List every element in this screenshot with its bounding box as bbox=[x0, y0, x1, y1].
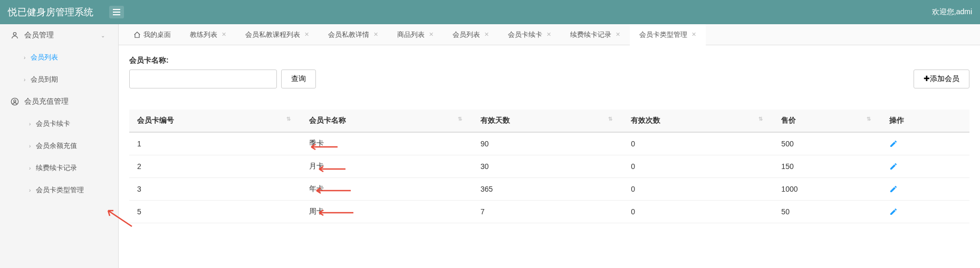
cell-times: 0 bbox=[623, 178, 773, 201]
cell-action bbox=[881, 155, 969, 178]
close-icon[interactable]: ✕ bbox=[304, 31, 309, 38]
app-header: 悦已健身房管理系统 欢迎您,admi bbox=[0, 0, 980, 24]
chevron-right-icon: › bbox=[24, 77, 25, 83]
tab-3[interactable]: 会员私教详情✕ bbox=[319, 24, 388, 45]
tab-label: 续费续卡记录 bbox=[570, 30, 611, 39]
table-row: 3年卡36501000 bbox=[129, 178, 969, 201]
sidebar-item-member-expire[interactable]: › 会员到期 bbox=[0, 68, 118, 91]
sidebar-item-balance-recharge[interactable]: › 会员余额充值 bbox=[0, 135, 118, 157]
sidebar: 会员管理 ⌄ › 会员列表 › 会员到期 会员充值管理 › 会员卡续卡 › 会员… bbox=[0, 24, 119, 268]
table-row: 5周卡7050 bbox=[129, 201, 969, 223]
cell-id: 2 bbox=[129, 155, 301, 178]
close-icon[interactable]: ✕ bbox=[484, 31, 489, 38]
tab-label: 会员私教详情 bbox=[328, 30, 369, 39]
query-button[interactable]: 查询 bbox=[281, 70, 316, 88]
tab-6[interactable]: 会员卡续卡✕ bbox=[498, 24, 561, 45]
query-label: 会员卡名称: bbox=[129, 56, 277, 65]
sidebar-item-member-mgmt[interactable]: 会员管理 ⌄ bbox=[0, 24, 118, 46]
tab-label: 会员卡续卡 bbox=[508, 30, 542, 39]
card-name-input[interactable] bbox=[129, 70, 277, 88]
cell-times: 0 bbox=[623, 155, 773, 178]
chevron-right-icon: › bbox=[24, 55, 25, 61]
close-icon[interactable]: ✕ bbox=[691, 31, 696, 38]
chevron-right-icon: › bbox=[29, 165, 31, 171]
table-row: 2月卡300150 bbox=[129, 155, 969, 178]
sidebar-item-renew-record[interactable]: › 续费续卡记录 bbox=[0, 157, 118, 179]
close-icon[interactable]: ✕ bbox=[373, 31, 378, 38]
welcome-text: 欢迎您,admi bbox=[932, 7, 972, 17]
card-type-table: 会员卡编号⇅会员卡名称⇅有效天数⇅有效次数⇅售价⇅操作 1季卡9005002月卡… bbox=[129, 110, 969, 223]
column-header[interactable]: 售价⇅ bbox=[773, 110, 881, 132]
edit-icon[interactable] bbox=[889, 185, 962, 193]
close-icon[interactable]: ✕ bbox=[616, 31, 620, 38]
query-bar: 会员卡名称: 查询 ✚添加会员 bbox=[129, 56, 969, 88]
cell-name: 季卡 bbox=[301, 132, 473, 155]
cell-name: 周卡 bbox=[301, 201, 473, 223]
user-icon bbox=[11, 31, 19, 39]
sort-icon: ⇅ bbox=[286, 116, 291, 122]
close-icon[interactable]: ✕ bbox=[222, 31, 226, 38]
close-icon[interactable]: ✕ bbox=[429, 31, 434, 38]
close-icon[interactable]: ✕ bbox=[546, 31, 551, 38]
cell-name: 年卡 bbox=[301, 178, 473, 201]
tab-8[interactable]: 会员卡类型管理✕ bbox=[630, 24, 706, 45]
column-header[interactable]: 有效次数⇅ bbox=[623, 110, 773, 132]
circle-user-icon bbox=[11, 97, 19, 106]
sidebar-item-card-type-mgmt[interactable]: › 会员卡类型管理 bbox=[0, 179, 118, 201]
chevron-down-icon: ⌄ bbox=[101, 33, 105, 38]
cell-id: 5 bbox=[129, 201, 301, 223]
home-icon bbox=[133, 31, 141, 38]
sidebar-label: 会员列表 bbox=[31, 53, 58, 62]
cell-action bbox=[881, 201, 969, 223]
edit-icon[interactable] bbox=[889, 162, 962, 171]
svg-point-0 bbox=[13, 33, 16, 35]
tab-label: 会员私教课程列表 bbox=[245, 30, 300, 39]
menu-toggle-button[interactable] bbox=[109, 6, 124, 18]
app-logo: 悦已健身房管理系统 bbox=[8, 6, 93, 18]
sidebar-item-member-list[interactable]: › 会员列表 bbox=[0, 46, 118, 68]
sort-icon: ⇅ bbox=[458, 116, 462, 122]
chevron-right-icon: › bbox=[29, 143, 31, 149]
sidebar-label: 会员卡类型管理 bbox=[36, 185, 84, 195]
sidebar-label: 会员充值管理 bbox=[24, 97, 69, 106]
column-header[interactable]: 会员卡名称⇅ bbox=[301, 110, 473, 132]
tab-0[interactable]: 我的桌面 bbox=[124, 24, 180, 45]
sidebar-label: 会员余额充值 bbox=[36, 141, 77, 151]
column-header[interactable]: 会员卡编号⇅ bbox=[129, 110, 301, 132]
cell-times: 0 bbox=[623, 132, 773, 155]
sidebar-label: 会员卡续卡 bbox=[36, 119, 70, 128]
cell-price: 50 bbox=[773, 201, 881, 223]
tab-4[interactable]: 商品列表✕ bbox=[388, 24, 443, 45]
edit-icon[interactable] bbox=[889, 207, 962, 216]
tab-7[interactable]: 续费续卡记录✕ bbox=[561, 24, 630, 45]
tab-1[interactable]: 教练列表✕ bbox=[180, 24, 236, 45]
column-header[interactable]: 有效天数⇅ bbox=[473, 110, 623, 132]
edit-icon[interactable] bbox=[889, 140, 962, 148]
sort-icon: ⇅ bbox=[758, 116, 763, 122]
tab-label: 商品列表 bbox=[397, 30, 425, 39]
cell-days: 90 bbox=[473, 132, 623, 155]
table-row: 1季卡900500 bbox=[129, 132, 969, 155]
cell-name: 月卡 bbox=[301, 155, 473, 178]
tab-5[interactable]: 会员列表✕ bbox=[443, 24, 498, 45]
cell-days: 30 bbox=[473, 155, 623, 178]
cell-id: 1 bbox=[129, 132, 301, 155]
add-member-button[interactable]: ✚添加会员 bbox=[914, 70, 969, 88]
column-header[interactable]: 操作 bbox=[881, 110, 969, 132]
tab-2[interactable]: 会员私教课程列表✕ bbox=[236, 24, 319, 45]
cell-times: 0 bbox=[623, 201, 773, 223]
sidebar-label: 会员到期 bbox=[31, 75, 58, 84]
tab-label: 我的桌面 bbox=[143, 30, 171, 39]
tab-label: 会员列表 bbox=[453, 30, 480, 39]
sort-icon: ⇅ bbox=[608, 116, 612, 122]
tab-label: 教练列表 bbox=[190, 30, 217, 39]
tab-bar: 我的桌面教练列表✕会员私教课程列表✕会员私教详情✕商品列表✕会员列表✕会员卡续卡… bbox=[119, 24, 980, 45]
sort-icon: ⇅ bbox=[867, 116, 871, 122]
cell-days: 365 bbox=[473, 178, 623, 201]
sidebar-item-recharge-mgmt[interactable]: 会员充值管理 bbox=[0, 91, 118, 113]
sidebar-item-card-renew[interactable]: › 会员卡续卡 bbox=[0, 113, 118, 135]
cell-price: 500 bbox=[773, 132, 881, 155]
svg-point-2 bbox=[14, 100, 16, 102]
table-header-row: 会员卡编号⇅会员卡名称⇅有效天数⇅有效次数⇅售价⇅操作 bbox=[129, 110, 969, 132]
main-content: 我的桌面教练列表✕会员私教课程列表✕会员私教详情✕商品列表✕会员列表✕会员卡续卡… bbox=[119, 24, 980, 268]
